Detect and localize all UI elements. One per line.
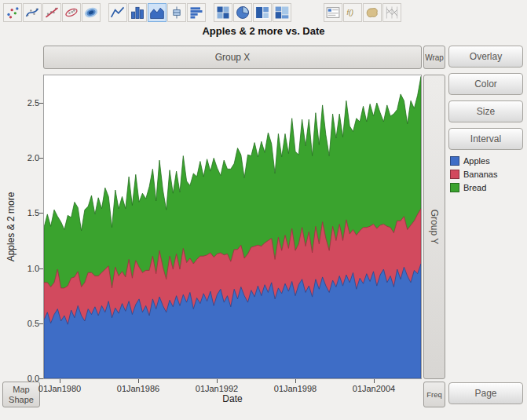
- toolbar-separator: [101, 13, 108, 13]
- bar-icon[interactable]: [128, 3, 147, 22]
- y-tick-label[interactable]: 0.5: [16, 319, 39, 328]
- y-tick-mark: [39, 268, 43, 269]
- legend-swatch[interactable]: [450, 170, 459, 179]
- map-shape-label-line2: Shape: [9, 395, 34, 405]
- plot-area[interactable]: [43, 75, 422, 379]
- x-tick-mark: [217, 379, 218, 383]
- map-shapes-icon[interactable]: [363, 3, 382, 22]
- y-tick-label[interactable]: 0.0: [16, 374, 39, 383]
- freq-label: Freq: [426, 390, 442, 399]
- map-shape-label-line1: Map: [13, 385, 29, 395]
- graph-builder-window: f() Apples & 2 more vs. Date Group X Wra…: [0, 0, 527, 420]
- x-tick-label[interactable]: 01Jan1980: [31, 384, 88, 393]
- size-button[interactable]: Size: [448, 100, 523, 122]
- treemap-icon[interactable]: [253, 3, 272, 22]
- x-tick-label[interactable]: 01Jan1992: [188, 384, 245, 393]
- caption-box-icon[interactable]: [324, 3, 342, 22]
- color-button[interactable]: Color: [448, 73, 523, 95]
- y-tick-mark: [39, 378, 43, 379]
- x-tick-mark: [138, 379, 139, 383]
- x-tick-mark: [60, 379, 60, 383]
- area-icon[interactable]: [148, 3, 167, 22]
- element-palette: f(): [3, 2, 402, 23]
- y-tick-mark: [39, 103, 43, 104]
- drop-zone-group-y[interactable]: Group Y: [423, 75, 445, 379]
- overlay-button[interactable]: Overlay: [448, 46, 523, 68]
- line-of-fit-icon[interactable]: [42, 3, 61, 22]
- legend: ApplesBananasBread: [450, 154, 497, 194]
- legend-label: Apples: [463, 156, 490, 166]
- x-tick-label[interactable]: 01Jan2004: [346, 384, 402, 393]
- wrap-label: Wrap: [425, 53, 444, 62]
- histogram-icon[interactable]: [187, 3, 206, 22]
- legend-swatch[interactable]: [450, 183, 459, 192]
- y-tick-label[interactable]: 1.5: [16, 208, 39, 217]
- drop-zone-group-x[interactable]: Group X: [43, 46, 422, 69]
- ellipse-icon[interactable]: [62, 3, 81, 22]
- drop-zone-wrap[interactable]: Wrap: [423, 46, 445, 69]
- x-axis-title[interactable]: Date: [43, 393, 422, 404]
- legend-item[interactable]: Apples: [450, 154, 497, 167]
- drop-zone-freq[interactable]: Freq: [423, 382, 445, 407]
- mosaic-icon[interactable]: [273, 3, 291, 22]
- y-tick-label[interactable]: 1.0: [16, 264, 39, 273]
- parallel-plot-icon[interactable]: [382, 3, 401, 22]
- toolbar-separator: [207, 13, 214, 13]
- legend-swatch[interactable]: [450, 156, 459, 166]
- line-icon[interactable]: [108, 3, 127, 22]
- legend-item[interactable]: Bananas: [450, 167, 497, 181]
- y-tick-mark: [39, 323, 43, 324]
- y-tick-label[interactable]: 2.0: [16, 153, 39, 163]
- points-icon[interactable]: [3, 3, 22, 22]
- x-tick-label[interactable]: 01Jan1986: [110, 384, 167, 393]
- y-tick-mark: [39, 158, 43, 159]
- graph-title[interactable]: Apples & 2 more vs. Date: [0, 25, 527, 37]
- heatmap-icon[interactable]: [214, 3, 232, 22]
- legend-label: Bread: [463, 183, 486, 192]
- x-tick-label[interactable]: 01Jan1998: [267, 384, 324, 393]
- pie-icon[interactable]: [233, 3, 252, 22]
- y-axis-title[interactable]: Apples & 2 more: [5, 192, 16, 262]
- stacked-area-chart: [44, 75, 421, 378]
- smoother-icon[interactable]: [23, 3, 42, 22]
- legend-label: Bananas: [463, 170, 497, 179]
- svg-text:f(): f(): [347, 9, 354, 16]
- x-tick-mark: [374, 379, 375, 383]
- contour-icon[interactable]: [82, 3, 101, 22]
- page-button[interactable]: Page: [448, 382, 523, 404]
- interval-button[interactable]: Interval: [448, 128, 523, 150]
- toolbar-separator: [292, 13, 324, 13]
- formula-icon[interactable]: f(): [343, 3, 362, 22]
- x-tick-mark: [295, 379, 296, 383]
- y-tick-label[interactable]: 2.5: [16, 98, 39, 108]
- box-plot-icon[interactable]: [167, 3, 186, 22]
- group-x-label: Group X: [215, 52, 251, 63]
- group-y-label: Group Y: [429, 210, 440, 244]
- legend-item[interactable]: Bread: [450, 181, 497, 194]
- y-tick-mark: [39, 213, 43, 214]
